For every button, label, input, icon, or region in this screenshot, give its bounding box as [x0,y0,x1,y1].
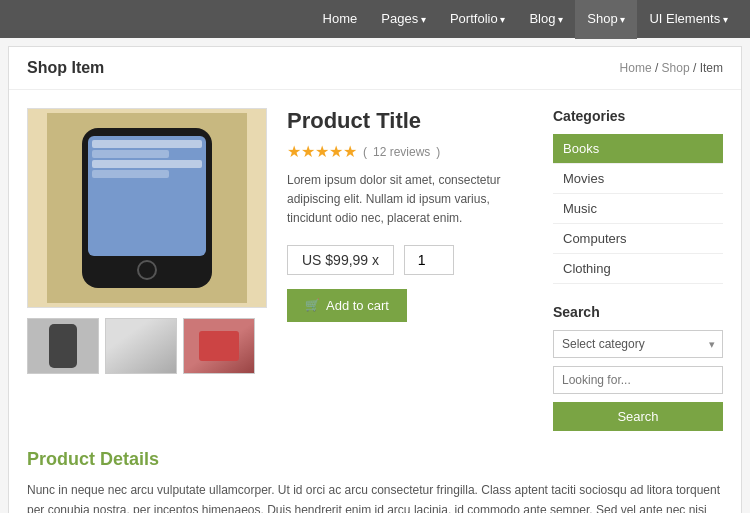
review-close: ) [436,145,440,159]
thumbnail-strip [27,318,267,374]
product-details-text: Nunc in neque nec arcu vulputate ullamco… [27,480,723,513]
search-button[interactable]: Search [553,402,723,431]
select-category-wrapper: Select category Books Movies Music Compu… [553,330,723,358]
phone-illustration [82,128,212,288]
nav-home[interactable]: Home [311,0,370,38]
rating-row: ★★★★★ (12 reviews) [287,142,533,161]
breadcrumb-home[interactable]: Home [620,61,652,75]
category-computers[interactable]: Computers [553,224,723,254]
product-info: Product Title ★★★★★ (12 reviews) Lorem i… [267,108,533,374]
product-section: Product Title ★★★★★ (12 reviews) Lorem i… [27,108,533,431]
category-books[interactable]: Books [553,134,723,164]
product-description: Lorem ipsum dolor sit amet, consectetur … [287,171,533,229]
screen-line-1 [92,140,202,148]
breadcrumb-item: Item [700,61,723,75]
thumbnail-2[interactable] [105,318,177,374]
nav-blog[interactable]: Blog [517,0,575,39]
quantity-input[interactable] [404,245,454,275]
thumbnail-3[interactable] [183,318,255,374]
nav-shop[interactable]: Shop [575,0,637,39]
page-title: Shop Item [27,59,104,77]
page-wrapper: Shop Item Home / Shop / Item [8,46,742,513]
add-to-cart-button[interactable]: 🛒 Add to cart [287,289,407,322]
navigation: Home Pages Portfolio Blog Shop UI Elemen… [0,0,750,38]
cart-icon: 🛒 [305,298,320,312]
product-details-section: Product Details Nunc in neque nec arcu v… [9,449,741,513]
times-symbol: x [372,252,379,268]
thumbnail-1[interactable] [27,318,99,374]
review-text: 12 reviews [373,145,430,159]
screen-line-4 [92,170,169,178]
search-title: Search [553,304,723,320]
category-movies[interactable]: Movies [553,164,723,194]
category-music[interactable]: Music [553,194,723,224]
category-list: Books Movies Music Computers Clothing [553,134,723,284]
thumb-card [199,331,239,361]
nav-ui-elements[interactable]: UI Elements [637,0,740,39]
search-section: Search Select category Books Movies Musi… [553,304,723,431]
mini-phone-icon [49,324,77,368]
breadcrumb: Home / Shop / Item [620,61,723,75]
add-to-cart-label: Add to cart [326,298,389,313]
select-category[interactable]: Select category Books Movies Music Compu… [553,330,723,358]
content-area: Product Title ★★★★★ (12 reviews) Lorem i… [9,90,741,449]
category-clothing[interactable]: Clothing [553,254,723,284]
product-details-title: Product Details [27,449,723,470]
phone-screen [88,136,206,256]
price-display: US $99,99 x [287,245,394,275]
sidebar: Categories Books Movies Music Computers … [553,108,723,431]
review-count: ( [363,145,367,159]
star-rating: ★★★★★ [287,142,357,161]
phone-home-button [137,260,157,280]
product-title: Product Title [287,108,533,134]
search-input[interactable] [553,366,723,394]
categories-title: Categories [553,108,723,124]
price-row: US $99,99 x [287,245,533,275]
nav-pages[interactable]: Pages [369,0,438,39]
nav-portfolio[interactable]: Portfolio [438,0,517,39]
images-column [27,108,267,374]
breadcrumb-shop[interactable]: Shop [662,61,690,75]
price-value: US $99,99 [302,252,368,268]
screen-line-2 [92,150,169,158]
main-product-image [27,108,267,308]
screen-line-3 [92,160,202,168]
breadcrumb-bar: Shop Item Home / Shop / Item [9,47,741,90]
